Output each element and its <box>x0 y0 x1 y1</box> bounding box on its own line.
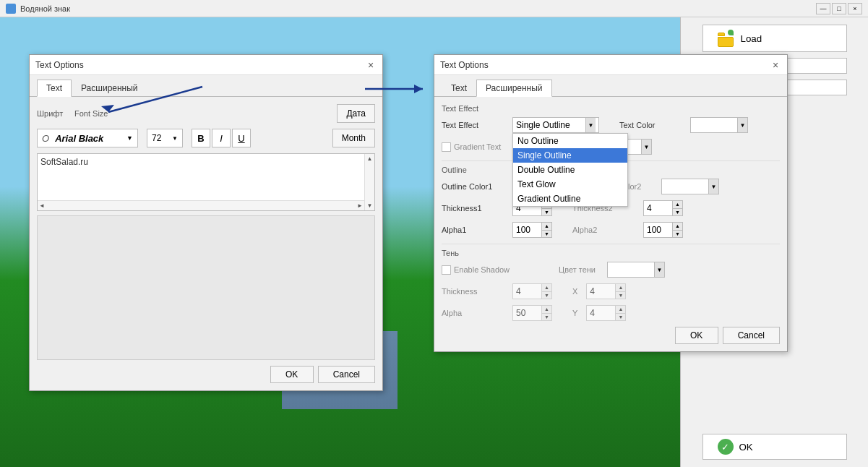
date-button[interactable]: Дата <box>337 104 375 123</box>
alpha1-spinner[interactable]: 100 ▲ ▼ <box>512 222 552 238</box>
dialog-left-close-button[interactable]: × <box>365 59 377 71</box>
outline-color2-picker[interactable]: ▼ <box>661 179 719 194</box>
maximize-button[interactable]: □ <box>832 3 846 14</box>
dialog-right-ok-button[interactable]: OK <box>675 327 718 344</box>
shadow-thickness-down: ▼ <box>542 292 551 299</box>
alpha1-arrows[interactable]: ▲ ▼ <box>541 223 551 237</box>
scroll-left-icon[interactable]: ◄ <box>39 202 45 209</box>
thickness2-up[interactable]: ▲ <box>673 201 682 209</box>
y-down: ▼ <box>616 314 625 321</box>
italic-button[interactable]: I <box>212 129 231 147</box>
shadow-alpha-value: 50 <box>513 308 541 318</box>
dialog-left-titlebar: Text Options × <box>30 55 382 75</box>
tab-left-text[interactable]: Text <box>37 80 72 97</box>
dropdown-option-single-outline[interactable]: Single Outline <box>513 148 627 163</box>
gradient-text-checkbox[interactable] <box>442 142 451 152</box>
alpha2-down[interactable]: ▼ <box>673 231 682 238</box>
dialog-right-title: Text Options <box>440 60 489 70</box>
shadow-section-label: Тень <box>442 249 780 257</box>
text-color-label: Text Color <box>619 121 684 129</box>
thickness1-label: Thickness1 <box>442 204 507 213</box>
thickness2-down[interactable]: ▼ <box>673 209 682 216</box>
shadow-color-label: Цвет тени <box>559 265 596 274</box>
text-effect-section-label: Text Effect <box>442 104 780 113</box>
gradient-text-checkbox-label[interactable]: Gradient Text <box>442 142 501 152</box>
shadow-alpha-row: Alpha 50 ▲ ▼ Y 4 ▲ ▼ <box>442 305 780 321</box>
alpha1-down[interactable]: ▼ <box>542 231 551 238</box>
dropdown-arrow-icon[interactable]: ▼ <box>585 118 596 132</box>
x-arrows: ▲ ▼ <box>615 284 625 299</box>
text-color-arrow[interactable]: ▼ <box>737 118 747 132</box>
enable-shadow-checkbox[interactable] <box>442 265 451 275</box>
horizontal-scrollbar[interactable]: ◄ ► <box>38 200 364 210</box>
x-down: ▼ <box>616 292 625 299</box>
text-effect-select[interactable]: Single Outline ▼ <box>512 117 599 133</box>
text-effect-dropdown[interactable]: Single Outline ▼ No Outline Single Outli… <box>512 117 599 133</box>
scroll-right-icon[interactable]: ► <box>357 202 363 209</box>
vertical-scrollbar[interactable]: ▲ ▼ <box>364 154 374 210</box>
enable-shadow-checkbox-label[interactable]: Enable Shadow <box>442 265 510 275</box>
dropdown-option-text-glow[interactable]: Text Glow <box>513 177 627 192</box>
font-size-value: 72 <box>152 133 161 143</box>
alpha2-spinner[interactable]: 100 ▲ ▼ <box>643 222 683 238</box>
alpha2-value: 100 <box>644 225 672 235</box>
outline-color2-arrow[interactable]: ▼ <box>708 179 718 194</box>
thickness2-value: 4 <box>644 203 672 213</box>
shadow-color-arrow[interactable]: ▼ <box>654 262 664 277</box>
thickness2-arrows[interactable]: ▲ ▼ <box>672 201 682 215</box>
right-ok-label: OK <box>739 442 753 453</box>
dialog-left-title: Text Options <box>35 60 84 70</box>
divider-2 <box>442 244 780 244</box>
gradient-color-arrow[interactable]: ▼ <box>641 140 651 154</box>
scroll-down-icon[interactable]: ▼ <box>367 202 373 209</box>
shadow-thickness-up: ▲ <box>542 284 551 292</box>
month-button[interactable]: Month <box>332 129 375 147</box>
alpha1-up[interactable]: ▲ <box>542 223 551 231</box>
alpha2-up[interactable]: ▲ <box>673 223 682 231</box>
font-dropdown-arrow[interactable]: ▼ <box>126 134 133 142</box>
font-size-label: Font Size <box>74 109 108 118</box>
x-spinner: 4 ▲ ▼ <box>586 283 626 299</box>
size-arrow: ▼ <box>172 135 178 142</box>
ok-green-icon: ✓ <box>718 439 734 455</box>
right-ok-button[interactable]: ✓ OK <box>702 434 847 460</box>
dialog-left-body: Шрифт Font Size Дата O Arial Black ▼ 72 … <box>30 97 382 390</box>
dialog-left-ok-button[interactable]: OK <box>270 366 314 383</box>
minimize-button[interactable]: — <box>816 3 830 14</box>
underline-button[interactable]: U <box>232 129 251 147</box>
size-selector[interactable]: 72 ▼ <box>147 129 183 147</box>
main-titlebar: Водяной знак — □ × <box>0 0 868 17</box>
dialog-right-buttons: OK Cancel <box>442 327 780 344</box>
dropdown-option-double-outline[interactable]: Double Outline <box>513 163 627 177</box>
text-area-container: SoftSalad.ru ▲ ▼ ◄ ► <box>37 153 375 211</box>
tab-right-text[interactable]: Text <box>442 80 476 96</box>
text-effect-row: Text Effect Single Outline ▼ No Outline … <box>442 117 780 133</box>
close-button[interactable]: × <box>848 3 862 14</box>
text-color-picker[interactable]: ▼ <box>690 117 748 133</box>
font-name: Arial Black <box>55 133 103 144</box>
dialog-right-close-button[interactable]: × <box>770 59 781 71</box>
text-effect-value: Single Outline <box>516 120 585 130</box>
bold-button[interactable]: B <box>192 129 210 147</box>
scroll-up-icon[interactable]: ▲ <box>367 155 373 162</box>
x-value: 4 <box>587 286 615 296</box>
tab-left-advanced[interactable]: Расширенный <box>72 80 147 96</box>
dialog-left-cancel-button[interactable]: Cancel <box>318 366 375 383</box>
text-content[interactable]: SoftSalad.ru <box>38 154 374 170</box>
titlebar-controls[interactable]: — □ × <box>816 3 862 14</box>
tab-right-advanced[interactable]: Расширенный <box>476 80 552 97</box>
load-button[interactable]: Load <box>702 25 847 52</box>
text-effect-dropdown-list: No Outline Single Outline Double Outline… <box>512 133 628 207</box>
format-buttons: B I U <box>192 129 251 147</box>
dropdown-option-no-outline[interactable]: No Outline <box>513 134 627 148</box>
font-selector[interactable]: O Arial Black ▼ <box>37 129 138 147</box>
thickness1-down[interactable]: ▼ <box>542 209 551 216</box>
font-controls-row: O Arial Black ▼ 72 ▼ B I U Month <box>37 129 375 147</box>
shadow-alpha-arrows: ▲ ▼ <box>541 306 551 320</box>
shadow-color-picker[interactable]: ▼ <box>607 262 665 278</box>
alpha2-arrows[interactable]: ▲ ▼ <box>672 223 682 237</box>
dropdown-option-gradient-outline[interactable]: Gradient Outline <box>513 192 627 206</box>
thickness2-spinner[interactable]: 4 ▲ ▼ <box>643 200 683 216</box>
y-arrows: ▲ ▼ <box>615 306 625 320</box>
dialog-right-cancel-button[interactable]: Cancel <box>723 327 780 344</box>
